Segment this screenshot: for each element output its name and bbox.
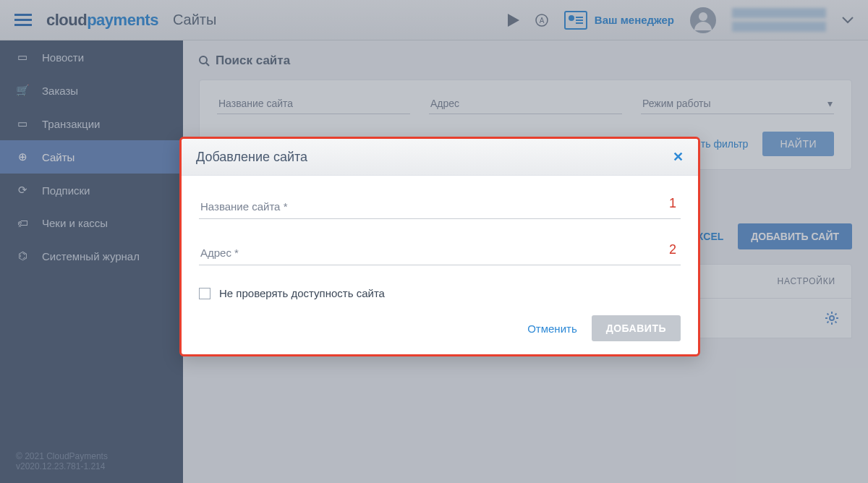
skip-check-checkbox[interactable]: Не проверять доступность сайта: [199, 287, 681, 299]
site-name-field[interactable]: Название сайта * 1: [199, 195, 681, 219]
modal-title: Добавление сайта: [196, 150, 307, 165]
checkbox-label: Не проверять доступность сайта: [219, 287, 385, 299]
close-icon[interactable]: ✕: [673, 149, 684, 165]
modal-header: Добавление сайта ✕: [182, 139, 698, 176]
checkbox-icon: [199, 288, 210, 299]
site-address-field[interactable]: Адрес * 2: [199, 241, 681, 265]
site-name-label: Название сайта *: [200, 200, 287, 213]
site-address-label: Адрес *: [200, 247, 239, 259]
submit-button[interactable]: ДОБАВИТЬ: [592, 315, 681, 341]
annotation-1: 1: [669, 196, 676, 211]
add-site-modal: Добавление сайта ✕ Название сайта * 1 Ад…: [179, 137, 700, 356]
cancel-button[interactable]: Отменить: [527, 322, 577, 335]
annotation-2: 2: [669, 242, 676, 257]
